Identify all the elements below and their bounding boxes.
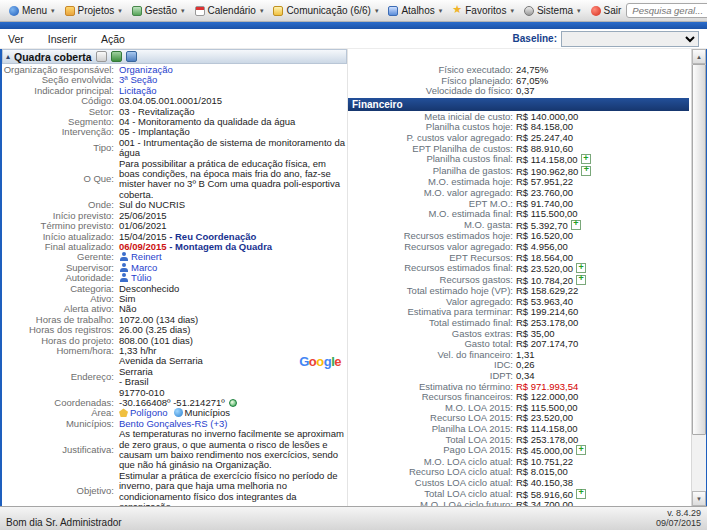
google-maps-logo[interactable]: Google [299,357,341,367]
spreadsheet-icon[interactable] [576,445,586,455]
value-text: 91770-010 [119,387,164,398]
value-text: 03.04.05.001.0001/2015 [119,95,222,106]
link[interactable]: Bento Gonçalves-RS [119,418,208,429]
main-content: ▴ Quadra coberta Organização responsável… [0,49,707,506]
scrollbar-thumb[interactable] [692,64,706,435]
toolbar-items: VerInserirAção [8,33,149,45]
value-text: R$ 114.158,00 [516,154,578,165]
toolbar-item-inserir[interactable]: Inserir [48,33,77,45]
link[interactable]: Licitação [119,85,157,96]
link[interactable]: Túlio [131,272,152,283]
spreadsheet-icon[interactable] [581,154,591,164]
spreadsheet-icon[interactable] [576,489,586,499]
scrollbar-up-button[interactable]: ▲ [692,49,706,64]
link[interactable]: (+3) [210,418,227,429]
field-label: Custos LOA ciclo atual: [348,478,516,489]
field-label: Municípios: [3,419,117,429]
menu-item-sistema[interactable]: Sistema▾ [519,3,586,18]
value-text: R$ 58.916,60 [516,489,573,500]
value-text: 05 - Implantação [119,126,190,137]
menu-item-calendario[interactable]: Calendário▾ [190,3,269,18]
link[interactable]: Polígono [130,407,168,418]
value-text: 26.00 (3.25 dias) [119,324,190,335]
value-text: As temperaturas no inverno facilmente se… [119,428,344,470]
spreadsheet-icon[interactable] [581,166,591,176]
menu-item-label: Comunicação (6/6) [286,5,370,16]
gestao-icon [132,6,142,16]
field-value: R$ 88.910,60 [516,144,573,155]
spreadsheet-icon[interactable] [576,275,586,285]
toolbar-item-ver[interactable]: Ver [8,33,24,45]
scrollbar-down-button[interactable]: ▼ [692,491,706,506]
menu-item-atalhos[interactable]: Atalhos▾ [383,3,447,18]
field-label: Justificativa: [3,445,117,455]
collapse-icon[interactable]: ▴ [6,53,10,61]
field-value: Para possibilitar a prática de educação … [117,159,347,201]
chevron-down-icon: ▾ [510,7,514,15]
value-text: R$ 84.158,00 [516,121,573,132]
value-text: R$ 53.963,40 [516,296,573,307]
toolbar-item-acao[interactable]: Ação [101,33,125,45]
value-text: - Reu Coordenação [167,231,257,242]
menu-item-favoritos[interactable]: Favoritos▾ [447,3,519,18]
field-label: Homem/hora: [3,346,117,356]
value-text: R$ 140.000,00 [516,111,578,122]
statusbar: Bom dia Sr. Administrador v. 8.4.29 09/0… [0,506,707,530]
value-text: R$ 88.910,60 [516,143,573,154]
field-value: R$ 253.178,00 [516,435,578,446]
value-text: R$ 23.760,00 [516,187,573,198]
atalhos-icon [388,6,398,16]
financeiro-header: Financeiro [348,98,689,111]
field-label: Velocidade do físico: [348,86,516,97]
value-text: 1,33 h/hr [119,345,157,356]
menu-item-menu[interactable]: Menu▾ [4,3,60,18]
menu-item-comunicacao-6-6[interactable]: Comunicação (6/6)▾ [268,3,383,18]
financial-fields: Meta inicial de custo:R$ 140.000,00Plani… [348,112,691,506]
value-text: - Brasil [119,376,149,387]
menu-item-projetos[interactable]: Projetos▾ [60,3,127,18]
chevron-down-icon: ▾ [375,7,379,15]
baseline-select[interactable] [561,31,699,47]
chevron-down-icon: ▾ [118,7,122,15]
value-text: R$ 40.150,38 [516,477,573,488]
link[interactable]: Organização [119,64,173,75]
value-text: 1,31 [516,349,535,360]
value-text: R$ 91.740,00 [516,198,573,209]
spreadsheet-icon[interactable] [576,263,586,273]
value-text: 24,75% [516,64,548,75]
field-label: Objetivo: [3,486,117,496]
globe-icon [174,408,183,417]
metrics-panel: Físico executado:24,75%Físico planejado:… [347,49,691,506]
link[interactable]: 3ª Seção [119,74,157,85]
value-text: Serraria [119,366,153,377]
value-text: R$ 45.000,00 [516,445,573,456]
version-info: v. 8.4.29 09/07/2015 [656,508,701,528]
field-label: Autoridade: [3,273,117,283]
scrollbar-track[interactable] [692,64,706,491]
report-icon[interactable] [96,51,107,62]
spreadsheet-icon[interactable] [571,220,581,230]
value-text: R$ 25.247,40 [516,132,573,143]
date-text: 09/07/2015 [656,518,701,528]
spreadsheet-icon[interactable] [111,51,122,62]
value-text: R$ 190.962,80 [516,166,578,177]
field-label: O Que: [3,174,117,184]
value-text: R$ 34.700,00 [516,499,573,506]
version-text: v. 8.4.29 [656,508,701,518]
field-label: Tipo: [3,143,117,153]
field-row: O Que:Para possibilitar a prática de edu… [3,159,347,201]
field-value: R$ 18.564,00 [516,253,573,264]
menu-item-sair[interactable]: Sair [586,3,627,18]
menu-item-label: Menu [22,5,47,16]
map-icon[interactable] [126,51,137,62]
value-text: R$ 253.178,00 [516,317,578,328]
value-text: 0,37 [516,85,535,96]
scrollbar[interactable]: ▲ ▼ [691,49,706,506]
menu-item-gestao[interactable]: Gestão▾ [127,3,190,18]
link[interactable]: Reinert [131,251,162,262]
field-row: Planilha custos final:R$ 114.158,00 [348,154,691,166]
link[interactable]: Marco [131,262,157,273]
search-input[interactable] [626,3,707,18]
calendario-icon [195,6,205,16]
menu-item-label: Sistema [537,5,573,16]
